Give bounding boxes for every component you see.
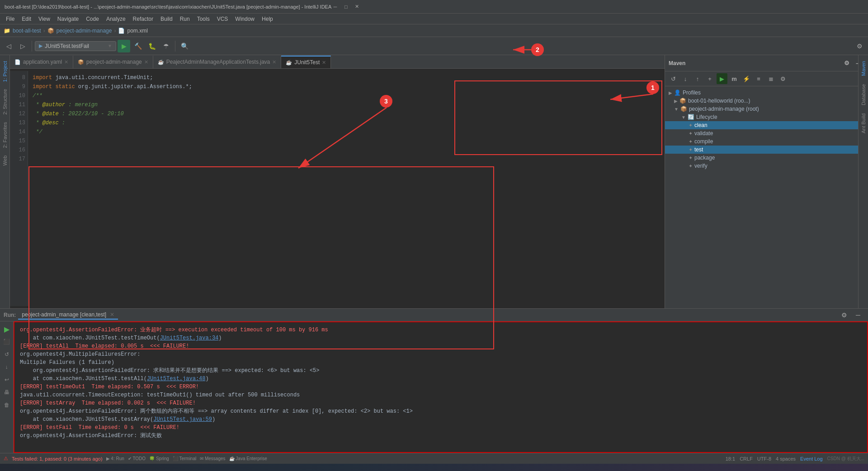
- csdn-watermark: CSDN @ 机天大...: [827, 456, 864, 462]
- maximize-button[interactable]: □: [342, 3, 349, 10]
- minimize-button[interactable]: ─: [331, 3, 339, 10]
- event-log-button[interactable]: Event Log: [800, 456, 823, 462]
- maven-settings-button[interactable]: ⚙: [841, 58, 852, 69]
- menu-code[interactable]: Code: [82, 15, 103, 23]
- breadcrumb-module[interactable]: peoject-admin-manage: [57, 28, 112, 34]
- run-config-dropdown[interactable]: ▶ JUnit5Test.testFail ▼: [35, 41, 116, 51]
- menu-help[interactable]: Help: [258, 15, 277, 23]
- clear-icon[interactable]: 🗑: [1, 400, 12, 410]
- side-tab-ant[interactable]: Ant Build: [860, 110, 867, 137]
- lifecycle-validate-label: validate: [694, 130, 713, 137]
- close-button[interactable]: ✕: [353, 3, 360, 10]
- run-tab-config[interactable]: peoject-admin_manage [clean,test] ✕: [18, 311, 118, 320]
- sidebar-tab-project[interactable]: 1: Project: [1, 57, 9, 85]
- junit5test-link-59[interactable]: JUnit5Test.java:59: [153, 416, 212, 423]
- profiles-tree-item[interactable]: ▶ 👤 Profiles: [665, 89, 868, 97]
- maven-collapse-button[interactable]: ≡: [753, 73, 764, 84]
- console-line-13: [ERROR] testArray Time elapsed: 0.002 s …: [20, 399, 862, 407]
- console-area: ▶ ⬛ ↺ ↓ ↩ 🖶 🗑 org.opentest4j.AssertionFa…: [0, 321, 868, 453]
- maven-parallel-button[interactable]: ⚡: [741, 73, 752, 84]
- console-line-10: [ERROR] testTimeOut1 Time elapsed: 0.507…: [20, 383, 862, 391]
- stop-icon[interactable]: ⬛: [1, 336, 12, 347]
- run-config-tab-label: peoject-admin_manage [clean,test]: [22, 311, 106, 318]
- search-everywhere-button[interactable]: 🔍: [178, 40, 191, 52]
- maven-config-button[interactable]: ⚙: [778, 73, 788, 84]
- menu-vcs[interactable]: VCS: [213, 15, 232, 23]
- toolbar-back-button[interactable]: ◁: [2, 40, 15, 52]
- maven-toolbar: ↺ ↓ ↑ + ▶ m ⚡ ≡ ≣ ⚙: [665, 71, 868, 86]
- menu-analyze[interactable]: Analyze: [103, 15, 129, 23]
- menu-refactor[interactable]: Refactor: [129, 15, 157, 23]
- rerun-icon[interactable]: ↺: [1, 349, 12, 360]
- menu-edit[interactable]: Edit: [18, 15, 35, 23]
- tab-application-yaml[interactable]: 📄 application.yaml ✕: [10, 56, 73, 68]
- lifecycle-validate-item[interactable]: ✦ validate: [665, 129, 868, 137]
- lifecycle-tree-item[interactable]: ▼ 🔄 Lifecycle: [665, 113, 868, 121]
- line-sep-indicator[interactable]: CRLF: [740, 456, 753, 462]
- coverage-button[interactable]: ☂: [160, 40, 172, 52]
- junit5test-link-48[interactable]: JUnit5Test.java:48: [147, 376, 206, 382]
- menu-build[interactable]: Build: [157, 15, 176, 23]
- menu-navigate[interactable]: Navigate: [54, 15, 82, 23]
- run-play-icon[interactable]: ▶: [1, 324, 12, 334]
- breadcrumb-file[interactable]: pom.xml: [127, 28, 147, 34]
- maven-upload-button[interactable]: ↑: [692, 73, 703, 84]
- lifecycle-compile-item[interactable]: ✦ compile: [665, 137, 868, 146]
- maven-run-button[interactable]: ▶: [717, 73, 727, 84]
- maven-add-button[interactable]: +: [704, 73, 715, 84]
- lifecycle-verify-icon: ✦: [689, 163, 693, 169]
- soft-wrap-icon[interactable]: ↩: [1, 374, 12, 385]
- main-toolbar: ◁ ▷ ▶ JUnit5Test.testFail ▼ ▶ 🔨 🐛 ☂ 🔍 ⚙: [0, 37, 868, 55]
- sidebar-tab-favorites[interactable]: 2: Favorites: [1, 118, 9, 151]
- debug-button[interactable]: 🐛: [146, 40, 158, 52]
- run-settings-button[interactable]: ⚙: [838, 309, 850, 321]
- project1-label: boot-01-helloworld (roo...): [688, 98, 750, 104]
- project1-tree-item[interactable]: ▶ 📦 boot-01-helloworld (roo...): [665, 97, 868, 105]
- settings-button[interactable]: ⚙: [853, 40, 866, 52]
- test-result-text: Tests failed: 1, passed: 0 (3 minutes ag…: [12, 456, 103, 462]
- tab-peaject-tests[interactable]: ☕ PeajectAdminManageApplicationTests.jav…: [153, 56, 281, 68]
- side-tab-database[interactable]: Database: [860, 80, 867, 109]
- menu-file[interactable]: File: [2, 15, 18, 23]
- scroll-end-icon[interactable]: ↓: [1, 362, 12, 372]
- menu-view[interactable]: View: [35, 15, 54, 23]
- status-right: 18:1 CRLF UTF-8 4 spaces Event Log CSDN …: [726, 456, 864, 462]
- lifecycle-clean-item[interactable]: ✦ clean: [665, 121, 868, 129]
- maven-m-button[interactable]: m: [729, 73, 740, 84]
- run-minimize-button[interactable]: ─: [852, 309, 864, 321]
- lifecycle-package-item[interactable]: ✦ package: [665, 154, 868, 162]
- maven-expand-button[interactable]: ≣: [765, 73, 776, 84]
- side-tab-maven[interactable]: Maven: [860, 57, 867, 80]
- lifecycle-test-icon: ✦: [689, 147, 693, 153]
- tab-peoject-admin-manage[interactable]: 📦 peoject-admin-manage ✕: [73, 56, 153, 68]
- console-output[interactable]: org.opentest4j.AssertionFailedError: 业务超…: [14, 321, 868, 453]
- toolbar-forward-button[interactable]: ▷: [16, 40, 29, 52]
- run-tab-bar: Run: peoject-admin_manage [clean,test] ✕…: [0, 309, 868, 321]
- maven-download-button[interactable]: ↓: [680, 73, 691, 84]
- lifecycle-clean-label: clean: [694, 122, 708, 128]
- sidebar-tab-web[interactable]: Web: [1, 152, 9, 169]
- maven-reload-button[interactable]: ↺: [668, 73, 679, 84]
- maven-title: Maven: [669, 60, 685, 66]
- project2-tree-item[interactable]: ▼ 📦 peoject-admin-manage (root): [665, 105, 868, 113]
- lifecycle-test-item[interactable]: ✦ test: [665, 146, 868, 154]
- menu-tools[interactable]: Tools: [193, 15, 213, 23]
- tab-junit5test[interactable]: ☕ JUnit5Test ✕: [281, 56, 331, 68]
- run-config-name: JUnit5Test.testFail: [45, 43, 89, 49]
- close-tab-icon: ✕: [272, 59, 276, 65]
- run-close-icon[interactable]: ✕: [110, 311, 114, 318]
- menu-window[interactable]: Window: [231, 15, 258, 23]
- indent-indicator[interactable]: 4 spaces: [776, 456, 796, 462]
- print-icon[interactable]: 🖶: [1, 387, 12, 398]
- junit5test-link-34[interactable]: JUnit5Test.java:34: [160, 335, 219, 341]
- sidebar-tab-structure[interactable]: 2: Structure: [1, 85, 9, 118]
- breadcrumb-project[interactable]: boot-all-test: [13, 28, 41, 34]
- encoding-indicator[interactable]: UTF-8: [757, 456, 771, 462]
- lifecycle-verify-item[interactable]: ✦ verify: [665, 162, 868, 170]
- menu-bar: File Edit View Navigate Code Analyze Ref…: [0, 14, 868, 24]
- console-line-11: java.util.concurrent.TimeoutException: t…: [20, 391, 862, 399]
- run-button[interactable]: ▶: [118, 40, 130, 52]
- code-content[interactable]: import java.util.concurrent.TimeUnit; im…: [28, 71, 665, 306]
- menu-run[interactable]: Run: [176, 15, 193, 23]
- build-button[interactable]: 🔨: [132, 40, 144, 52]
